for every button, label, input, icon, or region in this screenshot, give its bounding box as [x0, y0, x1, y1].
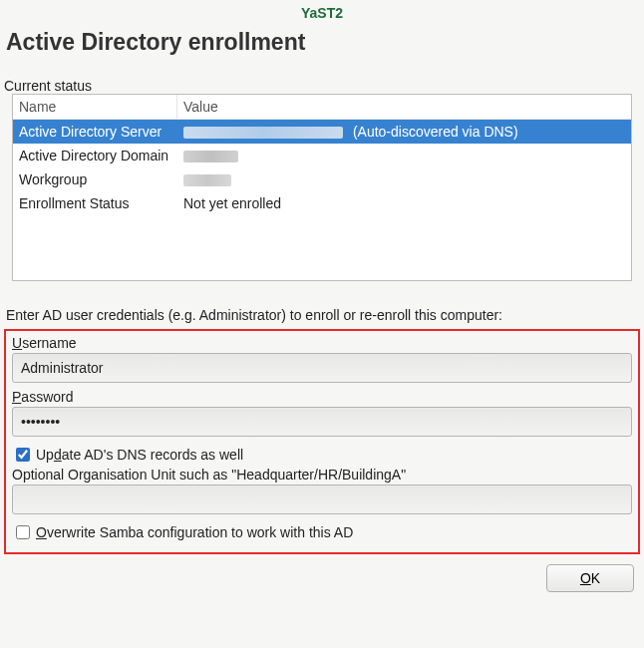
overwrite-samba-checkbox-row[interactable]: Overwrite Samba configuration to work wi…	[12, 522, 632, 542]
col-name: Name	[13, 95, 177, 119]
post: K	[591, 570, 600, 586]
pre: Up	[36, 447, 54, 463]
table-row[interactable]: Active Directory Domain	[13, 144, 631, 167]
row-value	[177, 144, 631, 167]
password-label: Password	[12, 389, 632, 405]
accel: O	[580, 570, 591, 586]
username-input[interactable]	[12, 353, 632, 383]
update-dns-checkbox-row[interactable]: Update AD's DNS records as well	[12, 445, 632, 465]
col-value: Value	[177, 95, 631, 119]
row-value: Not yet enrolled	[177, 191, 631, 215]
overwrite-samba-checkbox[interactable]	[16, 525, 30, 539]
row-name: Workgroup	[13, 167, 177, 191]
update-dns-checkbox[interactable]	[16, 448, 30, 462]
post: verwrite Samba configuration to work wit…	[47, 524, 353, 540]
table-row[interactable]: Workgroup	[13, 167, 631, 191]
update-dns-label: Update AD's DNS records as well	[36, 447, 243, 463]
redacted-domain-value	[183, 151, 238, 162]
password-input[interactable]	[12, 407, 632, 437]
accel: d	[54, 447, 62, 463]
row-name: Active Directory Server	[13, 120, 177, 144]
button-bar: OK	[0, 554, 644, 600]
row-name: Active Directory Domain	[13, 144, 177, 167]
status-header: Name Value	[13, 95, 631, 120]
ok-button[interactable]: OK	[546, 564, 634, 592]
redacted-server-value	[183, 127, 343, 139]
table-row[interactable]: Enrollment Status Not yet enrolled	[13, 191, 631, 215]
row-value-suffix: (Auto-discovered via DNS)	[353, 124, 518, 140]
current-status-label: Current status	[0, 60, 644, 94]
row-value: (Auto-discovered via DNS)	[177, 120, 631, 144]
ou-label: Optional Organisation Unit such as "Head…	[12, 467, 632, 483]
highlight-box: Username Password Update AD's DNS record…	[4, 329, 640, 554]
credentials-prompt: Enter AD user credentials (e.g. Administ…	[0, 281, 644, 329]
username-label: Username	[12, 335, 632, 351]
page-title: Active Directory enrollment	[0, 23, 644, 60]
accel: U	[12, 335, 22, 351]
label-rest: assword	[21, 389, 73, 405]
ou-input[interactable]	[12, 485, 632, 514]
accel: P	[12, 389, 21, 405]
post: ate AD's DNS records as well	[62, 447, 243, 463]
row-value	[177, 167, 631, 191]
window-title: YaST2	[0, 0, 644, 23]
current-status-table[interactable]: Name Value Active Directory Server (Auto…	[12, 94, 632, 281]
row-name: Enrollment Status	[13, 191, 177, 215]
overwrite-samba-label: Overwrite Samba configuration to work wi…	[36, 524, 353, 540]
redacted-workgroup-value	[183, 174, 231, 186]
label-rest: sername	[22, 335, 76, 351]
accel: O	[36, 524, 47, 540]
table-row[interactable]: Active Directory Server (Auto-discovered…	[13, 120, 631, 144]
